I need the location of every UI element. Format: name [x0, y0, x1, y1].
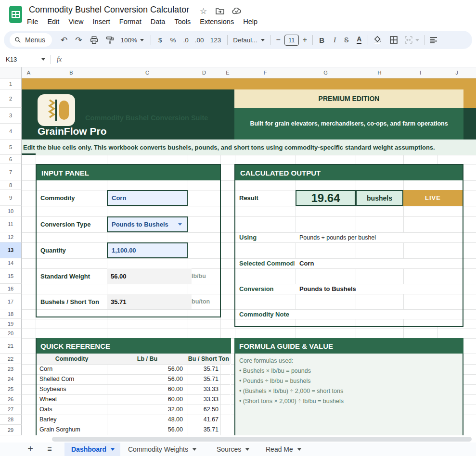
all-sheets-button[interactable]: ≡ — [44, 443, 55, 456]
format-percent-icon[interactable]: % — [170, 37, 176, 44]
tab-dropdown-icon[interactable] — [193, 448, 196, 451]
row-header-22[interactable]: 22 — [0, 354, 22, 364]
fill-color-icon[interactable] — [373, 36, 382, 44]
column-header-E[interactable]: E — [220, 67, 235, 78]
row-header-26[interactable]: 26 — [0, 394, 22, 405]
tab-dropdown-icon[interactable] — [297, 448, 301, 451]
column-header-F[interactable]: F — [235, 67, 296, 78]
row-header-27[interactable]: 27 — [0, 405, 22, 415]
row-header-18[interactable]: 18 — [0, 309, 22, 319]
menu-extensions[interactable]: Extensions — [200, 16, 234, 27]
tab-commodity-weights[interactable]: Commodity Weights — [128, 443, 196, 456]
zoom-control[interactable]: 100% — [121, 37, 144, 44]
row-header-23[interactable]: 23 — [0, 364, 22, 374]
row-header-9[interactable]: 9 — [0, 190, 22, 206]
quantity-input[interactable]: 1,100.00 — [107, 242, 188, 258]
formula-input[interactable] — [67, 52, 472, 67]
text-color-icon[interactable]: A — [357, 36, 361, 44]
row-header-1[interactable]: 1 — [0, 78, 22, 89]
increase-font-size-button[interactable]: + — [303, 36, 307, 44]
borders-icon[interactable] — [390, 36, 398, 44]
row-header-15[interactable]: 15 — [0, 268, 22, 284]
horizontal-align-icon[interactable] — [430, 37, 437, 43]
grid-line — [356, 180, 356, 190]
font-selector[interactable]: Defaul... — [233, 37, 265, 44]
tab-sources[interactable]: Sources — [217, 443, 249, 456]
row-header-16[interactable]: 16 — [0, 284, 22, 294]
row-header-10[interactable]: 10 — [0, 206, 22, 216]
search-menus-button[interactable]: Menus — [10, 33, 52, 47]
name-box[interactable]: K13 — [6, 52, 17, 67]
column-header-B[interactable]: B — [36, 67, 107, 78]
merge-cells-icon[interactable] — [404, 36, 419, 44]
commodity-input[interactable]: Corn — [107, 190, 188, 206]
decrease-font-size-button[interactable]: − — [276, 36, 280, 44]
row-header-5[interactable]: 5 — [0, 139, 22, 155]
qr-left-border — [36, 338, 37, 435]
increase-decimals-icon[interactable]: .00 — [195, 37, 204, 44]
column-header-D[interactable]: D — [188, 67, 221, 78]
italic-icon[interactable]: I — [334, 36, 336, 44]
row-header-21[interactable]: 21 — [0, 338, 22, 354]
tab-dashboard[interactable]: Dashboard — [64, 443, 120, 456]
row-header-3[interactable]: 3 — [0, 108, 22, 124]
redo-icon[interactable]: ↷ — [75, 35, 82, 45]
decrease-decimals-icon[interactable]: .0 — [183, 37, 189, 44]
row-header-28[interactable]: 28 — [0, 415, 22, 425]
column-header-G[interactable]: G — [296, 67, 356, 78]
row-header-4[interactable]: 4 — [0, 124, 22, 139]
menu-view[interactable]: View — [68, 16, 83, 27]
row-header-19[interactable]: 19 — [0, 319, 22, 329]
row-header-17[interactable]: 17 — [0, 294, 22, 309]
row-header-2[interactable]: 2 — [0, 89, 22, 108]
menu-file[interactable]: File — [27, 16, 38, 27]
tab-dropdown-icon[interactable] — [245, 448, 249, 451]
hscroll-thumb[interactable] — [52, 437, 472, 442]
row-header-25[interactable]: 25 — [0, 384, 22, 394]
menu-format[interactable]: Format — [119, 16, 142, 27]
tab-dropdown-icon[interactable] — [111, 448, 115, 451]
select-all-corner[interactable] — [0, 67, 22, 78]
column-header-A[interactable]: A — [22, 67, 36, 78]
menu-insert[interactable]: Insert — [93, 16, 110, 27]
sheets-logo-icon[interactable] — [9, 5, 23, 24]
conversion-type-dropdown[interactable]: Pounds to Bushels — [107, 216, 188, 232]
menu-help[interactable]: Help — [243, 16, 257, 27]
tab-read-me[interactable]: Read Me — [266, 443, 301, 456]
format-currency-icon[interactable]: $ — [158, 37, 162, 44]
document-title[interactable]: Commodity Bushel Conversion Calculator — [29, 5, 189, 15]
add-sheet-button[interactable]: + — [25, 443, 36, 456]
bushels-short-ton-value: 35.71 — [107, 294, 192, 309]
row-header-12[interactable]: 12 — [0, 232, 22, 242]
print-icon[interactable] — [90, 36, 98, 44]
strikethrough-icon[interactable]: S — [344, 36, 348, 44]
more-formats-icon[interactable]: 123 — [210, 37, 221, 44]
row-header-29[interactable]: 29 — [0, 425, 22, 435]
row-header-8[interactable]: 8 — [0, 180, 22, 190]
menu-edit[interactable]: Edit — [47, 16, 59, 27]
star-icon[interactable]: ☆ — [200, 6, 207, 16]
cloud-saved-icon[interactable] — [232, 8, 242, 14]
column-header-H[interactable]: H — [356, 67, 404, 78]
paint-format-icon[interactable] — [106, 36, 114, 44]
undo-icon[interactable]: ↶ — [61, 35, 67, 45]
row-header-11[interactable]: 11 — [0, 216, 22, 232]
column-header-J[interactable]: J — [437, 67, 476, 78]
row-header-6[interactable]: 6 — [0, 155, 22, 164]
formula-line: Core formulas used: — [239, 357, 294, 364]
row-header-14[interactable]: 14 — [0, 258, 22, 268]
row-header-20[interactable]: 20 — [0, 329, 22, 338]
column-header-C[interactable]: C — [107, 67, 188, 78]
menu-tools[interactable]: Tools — [174, 16, 191, 27]
bold-icon[interactable]: B — [319, 36, 324, 44]
standard-weight-value: 56.00 — [107, 268, 192, 284]
move-to-folder-icon[interactable] — [216, 8, 224, 14]
row-header-24[interactable]: 24 — [0, 374, 22, 384]
result-value: 19.64 — [296, 190, 356, 206]
font-size-input[interactable]: 11 — [284, 35, 299, 46]
row-header-13[interactable]: 13 — [0, 242, 22, 258]
name-box-dropdown-icon[interactable] — [41, 58, 45, 61]
column-header-I[interactable]: I — [403, 67, 438, 78]
row-header-7[interactable]: 7 — [0, 164, 22, 180]
menu-data[interactable]: Data — [151, 16, 166, 27]
